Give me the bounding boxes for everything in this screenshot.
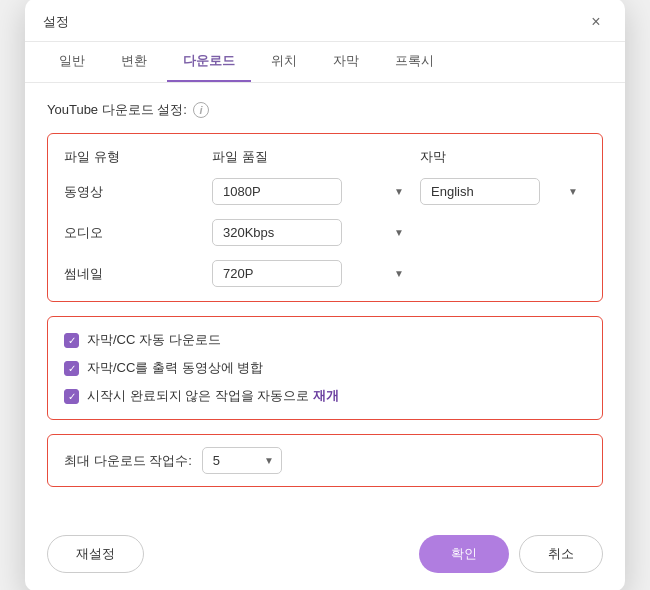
title-bar: 설정 ×	[25, 0, 625, 42]
section-title: YouTube 다운로드 설정: i	[47, 101, 603, 119]
video-quality-wrapper: 1080P 360P 480P 720P 1440P 2160P 최고 ▼	[212, 178, 412, 205]
close-button[interactable]: ×	[585, 11, 607, 33]
max-tasks-select[interactable]: 5 1 2 3 4 6 7 8	[202, 447, 282, 474]
checkbox-auto-resume-icon: ✓	[64, 389, 79, 404]
thumbnail-quality-select[interactable]: 720P 480P 1080P	[212, 260, 342, 287]
max-tasks-label: 최대 다운로드 작업수:	[64, 452, 192, 470]
tab-general[interactable]: 일반	[43, 42, 101, 82]
max-tasks-wrapper: 5 1 2 3 4 6 7 8 ▼	[202, 447, 282, 474]
checkbox-auto-resume-label: 시작시 완료되지 않은 작업을 자동으로 재개	[87, 387, 339, 405]
audio-quality-arrow: ▼	[394, 227, 404, 238]
checkbox-merge-subtitle-label: 자막/CC를 출력 동영상에 병합	[87, 359, 263, 377]
max-tasks-box: 최대 다운로드 작업수: 5 1 2 3 4 6 7 8 ▼	[47, 434, 603, 487]
header-quality: 파일 품질	[212, 148, 412, 166]
audio-label: 오디오	[64, 224, 204, 242]
thumbnail-label: 썸네일	[64, 265, 204, 283]
format-row-thumbnail: 썸네일 720P 480P 1080P ▼	[64, 260, 586, 287]
format-table: 파일 유형 파일 품질 자막 동영상 1080P 360P 480P 720P …	[64, 148, 586, 287]
format-row-video: 동영상 1080P 360P 480P 720P 1440P 2160P 최고 …	[64, 178, 586, 205]
thumbnail-quality-wrapper: 720P 480P 1080P ▼	[212, 260, 412, 287]
cancel-button[interactable]: 취소	[519, 535, 603, 573]
auto-resume-link: 재개	[313, 388, 339, 403]
header-subtitle: 자막	[420, 148, 586, 166]
checkbox-auto-subtitle[interactable]: ✓ 자막/CC 자동 다운로드	[64, 331, 586, 349]
settings-dialog: 설정 × 일반 변환 다운로드 위치 자막 프록시 YouTube 다운로드 설…	[25, 0, 625, 590]
confirm-button[interactable]: 확인	[419, 535, 509, 573]
footer: 재설정 확인 취소	[25, 523, 625, 590]
checkbox-auto-resume[interactable]: ✓ 시작시 완료되지 않은 작업을 자동으로 재개	[64, 387, 586, 405]
dialog-title: 설정	[43, 13, 69, 31]
header-file-type: 파일 유형	[64, 148, 204, 166]
video-subtitle-wrapper: English 한국어 日本語 中文 없음 ▼	[420, 178, 586, 205]
reset-button[interactable]: 재설정	[47, 535, 144, 573]
format-table-box: 파일 유형 파일 품질 자막 동영상 1080P 360P 480P 720P …	[47, 133, 603, 302]
audio-quality-select[interactable]: 320Kbps 128Kbps 192Kbps 256Kbps	[212, 219, 342, 246]
thumbnail-quality-arrow: ▼	[394, 268, 404, 279]
tab-proxy[interactable]: 프록시	[379, 42, 450, 82]
tab-download[interactable]: 다운로드	[167, 42, 251, 82]
tab-subtitle[interactable]: 자막	[317, 42, 375, 82]
checkbox-auto-subtitle-icon: ✓	[64, 333, 79, 348]
checkboxes-box: ✓ 자막/CC 자동 다운로드 ✓ 자막/CC를 출력 동영상에 병합 ✓ 시작…	[47, 316, 603, 420]
checkbox-merge-subtitle-icon: ✓	[64, 361, 79, 376]
footer-right: 확인 취소	[419, 535, 603, 573]
content-area: YouTube 다운로드 설정: i 파일 유형 파일 품질 자막 동영상 10…	[25, 83, 625, 523]
video-quality-arrow: ▼	[394, 186, 404, 197]
video-subtitle-select[interactable]: English 한국어 日本語 中文 없음	[420, 178, 540, 205]
video-label: 동영상	[64, 183, 204, 201]
checkbox-merge-subtitle[interactable]: ✓ 자막/CC를 출력 동영상에 병합	[64, 359, 586, 377]
video-quality-select[interactable]: 1080P 360P 480P 720P 1440P 2160P 최고	[212, 178, 342, 205]
format-table-header: 파일 유형 파일 품질 자막	[64, 148, 586, 166]
tab-location[interactable]: 위치	[255, 42, 313, 82]
format-row-audio: 오디오 320Kbps 128Kbps 192Kbps 256Kbps ▼	[64, 219, 586, 246]
video-subtitle-arrow: ▼	[568, 186, 578, 197]
tab-convert[interactable]: 변환	[105, 42, 163, 82]
tab-bar: 일반 변환 다운로드 위치 자막 프록시	[25, 42, 625, 83]
audio-quality-wrapper: 320Kbps 128Kbps 192Kbps 256Kbps ▼	[212, 219, 412, 246]
checkbox-auto-subtitle-label: 자막/CC 자동 다운로드	[87, 331, 221, 349]
info-icon[interactable]: i	[193, 102, 209, 118]
